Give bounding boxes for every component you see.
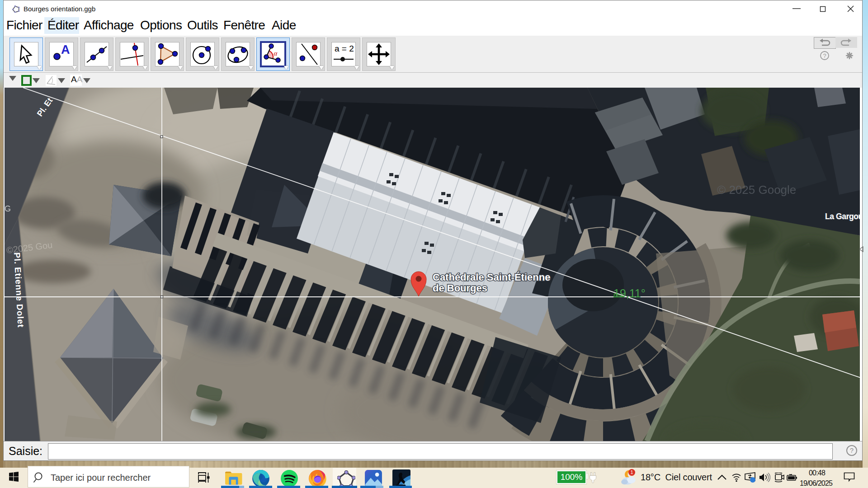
svg-text:A: A <box>61 43 70 56</box>
svg-text:La Gargou: La Gargou <box>825 212 860 221</box>
svg-text:Cathédrale Saint-Étienne: Cathédrale Saint-Étienne <box>433 272 550 283</box>
svg-text:© 2025 Google: © 2025 Google <box>717 183 796 197</box>
svg-text:a = 2: a = 2 <box>335 44 354 53</box>
svg-text:?: ? <box>823 52 826 59</box>
svg-text:19,11°: 19,11° <box>613 287 646 300</box>
svg-text:α: α <box>274 50 278 57</box>
svg-text:G: G <box>5 204 11 213</box>
svg-text:de Bourges: de Bourges <box>433 282 487 294</box>
